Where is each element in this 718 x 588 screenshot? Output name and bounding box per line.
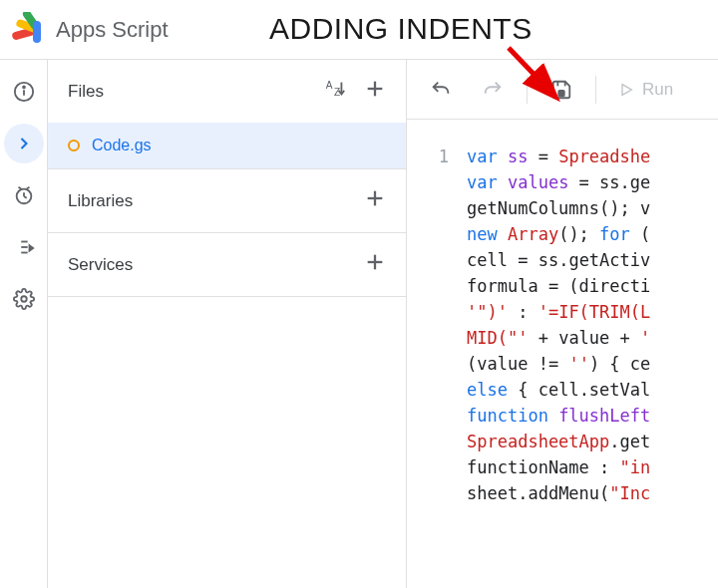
services-section-header: Services (48, 233, 406, 296)
svg-line-10 (24, 196, 27, 198)
line-gutter: 1 (407, 144, 467, 588)
libraries-label: Libraries (68, 191, 133, 211)
svg-marker-19 (29, 245, 33, 251)
code-content[interactable]: var ss = Spreadshevar values = ss.gegetN… (467, 144, 718, 588)
services-label: Services (68, 255, 133, 275)
svg-line-12 (26, 187, 29, 189)
redo-button[interactable] (469, 66, 517, 114)
settings-gear-icon[interactable] (12, 287, 36, 311)
executions-icon[interactable] (12, 235, 36, 259)
svg-line-11 (18, 187, 21, 189)
svg-marker-33 (622, 84, 631, 95)
editor-nav-icon[interactable] (4, 124, 44, 163)
files-section-header: Files AZ (48, 60, 406, 123)
app-title: Apps Script (56, 17, 169, 43)
run-button[interactable]: Run (606, 80, 685, 100)
add-file-icon[interactable] (364, 78, 386, 105)
code-editor[interactable]: 1 var ss = Spreadshevar values = ss.gege… (407, 120, 718, 588)
undo-button[interactable] (417, 66, 465, 114)
svg-rect-30 (558, 90, 564, 96)
left-nav-rail (0, 60, 48, 588)
editor-toolbar: Run (407, 60, 718, 120)
main-area: Files AZ Code.gs Libraries (0, 60, 718, 588)
toolbar-separator (595, 76, 596, 104)
editor-area: Run 1 var ss = Spreadshevar values = ss.… (407, 60, 718, 588)
add-service-icon[interactable] (364, 251, 386, 278)
apps-script-logo (10, 12, 46, 48)
save-button[interactable] (538, 66, 585, 114)
line-number: 1 (407, 144, 449, 169)
svg-text:A: A (326, 80, 333, 91)
clock-icon[interactable] (12, 183, 36, 207)
add-library-icon[interactable] (364, 187, 386, 214)
svg-point-7 (23, 87, 25, 89)
info-icon[interactable] (12, 80, 36, 104)
toolbar-separator (527, 76, 528, 104)
sort-az-icon[interactable]: AZ (324, 78, 346, 105)
svg-rect-3 (33, 21, 41, 43)
files-label: Files (68, 82, 104, 102)
libraries-section-header: Libraries (48, 169, 406, 232)
annotation-heading: ADDING INDENTS (269, 12, 533, 46)
run-label: Run (642, 80, 673, 100)
file-row-code-gs[interactable]: Code.gs (48, 123, 406, 168)
files-panel: Files AZ Code.gs Libraries (48, 60, 407, 588)
unsaved-indicator-icon (68, 140, 80, 151)
file-name: Code.gs (92, 137, 152, 154)
svg-point-20 (21, 296, 27, 302)
